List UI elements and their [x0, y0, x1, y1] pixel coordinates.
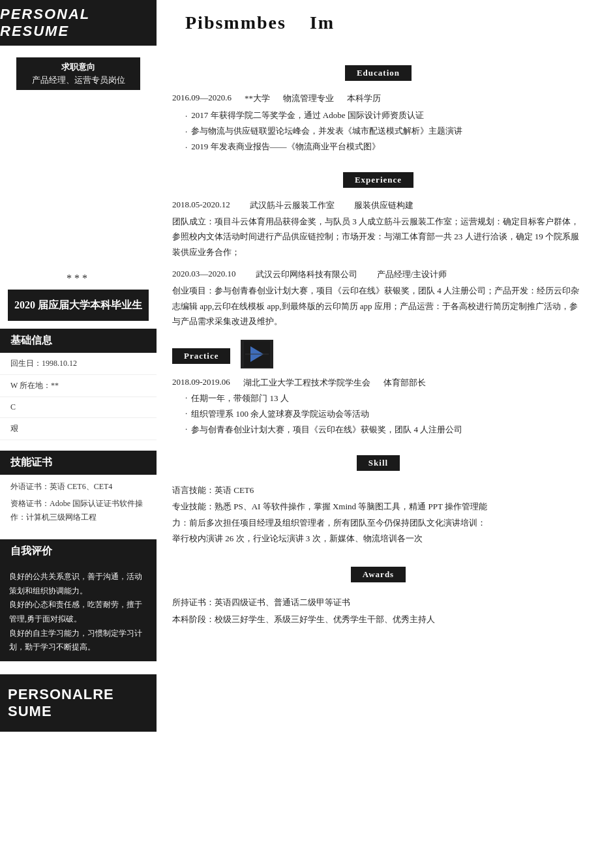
awards-badge: Awards: [351, 567, 406, 582]
edu-bullets: · 2017 年获得学院二等奖学金，通过 Adobe 国际设计师资质认证 · 参…: [185, 110, 584, 153]
exp-company-2: 武汉云印网络科技有限公司: [256, 269, 357, 280]
edu-bullet-3: · 2019 年发表商业报告——《物流商业平台模式图》: [185, 141, 584, 153]
practice-role: 体育部部长: [383, 377, 426, 389]
award-line-1: 所持证书：英语四级证书、普通话二级甲等证书: [172, 594, 584, 611]
edu-bullet-text-2: 参与物流与供应链联盟论坛峰会，并发表《城市配送模式解析》主题演讲: [191, 125, 462, 137]
practice-badge: Practice: [172, 348, 230, 364]
info-birthday: 回生日：1998.10.12: [0, 353, 157, 375]
stars-row: ***: [0, 273, 157, 284]
main-content: Pibsmmbes Im Education 2016.09—2020.6 **…: [157, 0, 600, 628]
bullet-dot: ·: [185, 127, 187, 137]
name-line1: Pibsmmbes: [185, 12, 286, 33]
bullet-dot: ·: [185, 424, 187, 436]
exp-company-1: 武汉筋斗云服装工作室: [250, 200, 335, 211]
awards-section: Awards 所持证书：英语四级证书、普通话二级甲等证书 本科阶段：校级三好学生…: [172, 556, 584, 628]
top-right-header: Pibsmmbes Im: [172, 0, 584, 46]
skill-section: Skill 语言技能：英语 CET6 专业技能：熟悉 PS、AI 等软件操作，掌…: [172, 445, 584, 547]
skill-item-foreign: 外语证书：英语 CET6、CET4: [10, 480, 146, 493]
education-section: Education 2016.09—2020.6 **大学 物流管理专业 本科学…: [172, 55, 584, 153]
skills-item-1: 外语证书：英语 CET6、CET4 资格证书：Adobe 国际认证证书软件操作：…: [0, 475, 157, 529]
edu-degree: 本科学历: [347, 93, 381, 104]
exp-entry-1: 2018.05-2020.12 武汉筋斗云服装工作室 服装供应链构建 团队成立：…: [172, 200, 584, 260]
self-eval-title: 自我评价: [0, 539, 157, 563]
practice-logo: [241, 340, 273, 368]
graduate-label: 2020 届应届大学本科毕业生: [8, 290, 149, 321]
job-intent-value: 产品经理、运营专员岗位: [23, 74, 134, 86]
skill-language: 语言技能：英语 CET6: [172, 483, 584, 499]
practice-logo-svg: [244, 341, 270, 367]
footer-left: PERSONALRESUME: [0, 674, 157, 732]
header-banner: PERSONAL RESUME: [0, 0, 157, 46]
education-badge: Education: [345, 65, 412, 81]
edu-major: 物流管理专业: [283, 93, 334, 104]
skill-professional: 专业技能：熟悉 PS、AI 等软件操作，掌握 Xmind 等脑图工具，精通 PP…: [172, 499, 584, 515]
exp-desc-2: 创业项目：参与创青春创业计划大赛，项目《云印在线》获银奖，团队 4 人注册公司；…: [172, 283, 584, 329]
skills-title: 技能证书: [0, 451, 157, 475]
job-intent-label: 求职意向: [23, 61, 134, 73]
edu-bullet-text-3: 2019 年发表商业报告——《物流商业平台模式图》: [191, 141, 380, 153]
experience-section: Experience 2018.05-2020.12 武汉筋斗云服装工作室 服装…: [172, 162, 584, 329]
exp-entry-2: 2020.03—2020.10 武汉云印网络科技有限公司 产品经理/主设计师 创…: [172, 269, 584, 329]
info-extra: 艰: [0, 418, 157, 440]
header-banner-text: PERSONAL RESUME: [0, 6, 157, 40]
skill-management: 力：前后多次担任项目经理及组织管理者，所有团队至今仍保持团队文化演讲培训：: [172, 515, 584, 531]
practice-bullet-1: · 任期一年，带领部门 13 人: [185, 393, 584, 404]
skill-badge: Skill: [357, 455, 400, 471]
education-badge-container: Education: [172, 55, 584, 87]
practice-bullet-text-2: 组织管理系 100 余人篮球赛及学院运动会等活动: [191, 408, 369, 420]
experience-badge-container: Experience: [172, 162, 584, 194]
practice-bullets: · 任期一年，带领部门 13 人 · 组织管理系 100 余人篮球赛及学院运动会…: [185, 393, 584, 436]
basic-info-title: 基础信息: [0, 329, 157, 353]
practice-section: Practice 2018.09-2019.06 湖北工业大学工程技术学院学生会…: [172, 338, 584, 436]
practice-bullet-2: · 组织管理系 100 余人篮球赛及学院运动会等活动: [185, 408, 584, 420]
practice-org: 湖北工业大学工程技术学院学生会: [243, 377, 370, 389]
exp-date-1: 2018.05-2020.12: [172, 200, 230, 211]
skill-badge-container: Skill: [172, 445, 584, 477]
exp-role-1: 服装供应链构建: [354, 200, 413, 211]
practice-entry-row: 2018.09-2019.06 湖北工业大学工程技术学院学生会 体育部部长: [172, 377, 584, 389]
exp-role-2: 产品经理/主设计师: [377, 269, 447, 280]
bullet-dot: ·: [185, 142, 187, 153]
edu-bullet-text-1: 2017 年获得学院二等奖学金，通过 Adobe 国际设计师资质认证: [191, 110, 423, 121]
sidebar: PERSONAL RESUME 求职意向 产品经理、运营专员岗位 *** 202…: [0, 0, 157, 732]
job-intent-box: 求职意向 产品经理、运营专员岗位: [16, 57, 140, 90]
name-line2: Im: [310, 12, 335, 33]
exp-desc-1: 团队成立：项目斗云体育用品获得金奖，与队员 3 人成立筋斗云服装工作室；运营规划…: [172, 214, 584, 260]
edu-date: 2016.09—2020.6: [172, 93, 232, 104]
practice-date: 2018.09-2019.06: [172, 377, 230, 389]
bullet-dot: ·: [185, 111, 187, 121]
info-c: C: [0, 397, 157, 418]
info-location: W 所在地：**: [0, 375, 157, 397]
self-eval-section: 自我评价 良好的公共关系意识，善于沟通，活动策划和组织协调能力。 良好的心态和责…: [0, 539, 157, 661]
skill-item-cert: 资格证书：Adobe 国际认证证书软件操作：计算机三级网络工程: [10, 497, 146, 524]
edu-bullet-2: · 参与物流与供应链联盟论坛峰会，并发表《城市配送模式解析》主题演讲: [185, 125, 584, 137]
practice-bullet-text-1: 任期一年，带领部门 13 人: [191, 393, 289, 404]
bullet-dot: ·: [185, 408, 187, 420]
skills-section: 技能证书 外语证书：英语 CET6、CET4 资格证书：Adobe 国际认证证书…: [0, 451, 157, 529]
skill-training: 举行校内演讲 26 次，行业论坛演讲 3 次，新媒体、物流培训各一次: [172, 531, 584, 547]
experience-badge: Experience: [343, 172, 413, 188]
resume-name: Pibsmmbes Im: [185, 12, 335, 33]
exp-row1-1: 2018.05-2020.12 武汉筋斗云服装工作室 服装供应链构建: [172, 200, 584, 211]
practice-bullet-3: · 参与创青春创业计划大赛，项目《云印在线》获银奖，团队 4 人注册公司: [185, 424, 584, 436]
edu-row: 2016.09—2020.6 **大学 物流管理专业 本科学历: [172, 93, 584, 104]
edu-bullet-1: · 2017 年获得学院二等奖学金，通过 Adobe 国际设计师资质认证: [185, 110, 584, 121]
edu-school: **大学: [245, 93, 270, 104]
practice-header-row: Practice: [172, 338, 584, 370]
self-eval-content: 良好的公共关系意识，善于沟通，活动策划和组织协调能力。 良好的心态和责任感，吃苦…: [0, 563, 157, 661]
award-line-2: 本科阶段：校级三好学生、系级三好学生、优秀学生干部、优秀主持人: [172, 611, 584, 628]
exp-row1-2: 2020.03—2020.10 武汉云印网络科技有限公司 产品经理/主设计师: [172, 269, 584, 280]
exp-date-2: 2020.03—2020.10: [172, 269, 236, 280]
awards-badge-container: Awards: [172, 556, 584, 589]
bullet-dot: ·: [185, 393, 187, 404]
practice-bullet-text-3: 参与创青春创业计划大赛，项目《云印在线》获银奖，团队 4 人注册公司: [191, 424, 462, 436]
